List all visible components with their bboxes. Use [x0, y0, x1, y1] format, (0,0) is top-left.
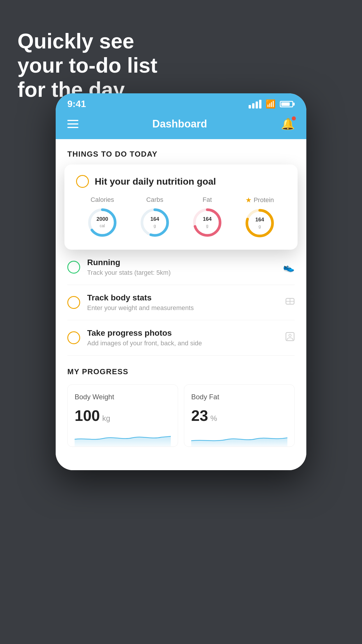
fat-label: Fat	[203, 196, 212, 204]
svg-point-12	[289, 334, 291, 337]
progress-photos-text: Take progress photos Add images of your …	[87, 328, 278, 347]
nutrition-carbs: Carbs 164g	[139, 196, 171, 239]
nav-title: Dashboard	[152, 118, 207, 130]
body-weight-chart	[75, 429, 171, 447]
running-text: Running Track your stats (target: 5km)	[87, 258, 276, 276]
carbs-ring: 164g	[139, 206, 171, 239]
protein-label: Protein	[254, 196, 274, 204]
nutrition-fat: Fat 164g	[191, 196, 223, 239]
wifi-icon: 📶	[266, 99, 276, 109]
menu-button[interactable]	[67, 120, 78, 128]
progress-photos-title: Take progress photos	[87, 328, 278, 338]
todo-progress-photos[interactable]: Take progress photos Add images of your …	[67, 320, 295, 356]
body-fat-number: 23	[191, 407, 208, 424]
nutrition-protein: ★ Protein 164g	[244, 196, 276, 239]
fat-ring: 164g	[191, 206, 223, 239]
body-stats-subtitle: Enter your weight and measurements	[87, 304, 278, 312]
body-fat-title: Body Fat	[191, 393, 287, 401]
body-fat-card: Body Fat 23 %	[184, 384, 295, 447]
nutrition-calories: Calories 2000cal	[86, 196, 118, 239]
notification-badge	[292, 116, 296, 120]
status-bar: 9:41 📶	[56, 93, 306, 112]
carbs-label: Carbs	[146, 196, 164, 204]
body-weight-value: 100 kg	[75, 407, 171, 424]
notifications-button[interactable]: 🔔	[281, 118, 295, 130]
body-weight-title: Body Weight	[75, 393, 171, 401]
my-progress-header: MY PROGRESS	[67, 367, 295, 376]
body-stats-checkbox[interactable]	[67, 296, 80, 309]
fat-value: 164g	[203, 216, 212, 229]
nutrition-card-title-row: Hit your daily nutrition goal	[76, 175, 286, 188]
signal-icon	[249, 100, 261, 108]
calories-label: Calories	[91, 196, 114, 204]
body-fat-value: 23 %	[191, 407, 287, 424]
calories-ring: 2000cal	[86, 206, 118, 239]
headline-line1: Quickly see	[17, 29, 157, 53]
body-stats-title: Track body stats	[87, 293, 278, 302]
nutrition-checkbox[interactable]	[76, 175, 89, 188]
body-fat-chart	[191, 429, 287, 447]
bottom-pad	[56, 459, 306, 470]
body-weight-card: Body Weight 100 kg	[67, 384, 178, 447]
status-icons: 📶	[249, 99, 295, 109]
scale-icon	[285, 297, 295, 308]
protein-value: 164g	[255, 217, 264, 229]
progress-photos-subtitle: Add images of your front, back, and side	[87, 340, 278, 347]
status-time: 9:41	[67, 99, 86, 109]
headline-line2: your to-do list	[17, 53, 157, 78]
nutrition-card: Hit your daily nutrition goal Calories 2…	[64, 164, 298, 250]
phone-mockup: 9:41 📶 Dashboard 🔔	[56, 93, 306, 470]
body-stats-text: Track body stats Enter your weight and m…	[87, 293, 278, 312]
shoe-icon: 👟	[283, 262, 295, 273]
nutrition-circles: Calories 2000cal Carbs	[76, 196, 286, 239]
todo-running[interactable]: Running Track your stats (target: 5km) 👟	[67, 250, 295, 285]
headline: Quickly see your to-do list for the day.	[17, 29, 157, 102]
body-fat-unit: %	[210, 414, 217, 423]
person-icon	[285, 332, 295, 344]
progress-photos-checkbox[interactable]	[67, 331, 80, 344]
running-checkbox[interactable]	[67, 261, 80, 274]
todo-body-stats[interactable]: Track body stats Enter your weight and m…	[67, 285, 295, 320]
protein-star-icon: ★	[245, 196, 252, 204]
progress-cards: Body Weight 100 kg	[67, 384, 295, 447]
my-progress-section: MY PROGRESS Body Weight 100 kg	[56, 356, 306, 459]
running-subtitle: Track your stats (target: 5km)	[87, 269, 276, 276]
body-weight-unit: kg	[102, 414, 110, 423]
body-weight-number: 100	[75, 407, 100, 424]
nutrition-card-title: Hit your daily nutrition goal	[95, 176, 216, 187]
protein-ring: 164g	[244, 207, 276, 239]
calories-value: 2000cal	[96, 216, 108, 229]
todo-list: Running Track your stats (target: 5km) 👟…	[56, 250, 306, 356]
protein-label-row: ★ Protein	[245, 196, 274, 204]
carbs-value: 164g	[150, 216, 159, 229]
nav-bar: Dashboard 🔔	[56, 112, 306, 139]
phone-screen: 9:41 📶 Dashboard 🔔	[56, 93, 306, 470]
content-area: THINGS TO DO TODAY Hit your daily nutrit…	[56, 139, 306, 470]
battery-icon	[280, 101, 295, 107]
things-to-do-header: THINGS TO DO TODAY	[56, 139, 306, 164]
running-title: Running	[87, 258, 276, 267]
